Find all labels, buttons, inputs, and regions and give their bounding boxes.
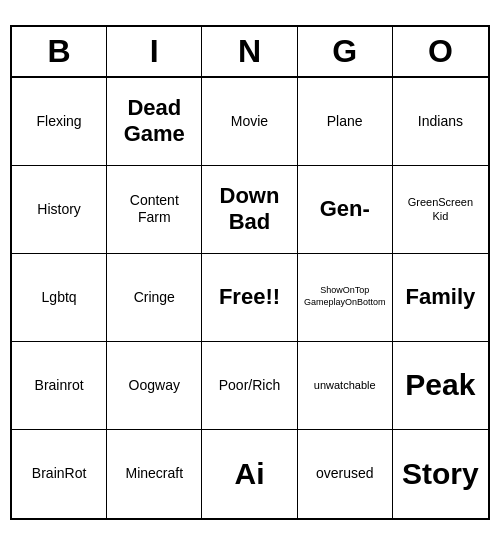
bingo-grid: FlexingDead GameMoviePlaneIndiansHistory… [12, 78, 488, 518]
bingo-cell: GreenScreen Kid [393, 166, 488, 254]
cell-text: Dead Game [124, 95, 185, 148]
header-letter: I [107, 27, 202, 76]
bingo-cell: BrainRot [12, 430, 107, 518]
cell-text: BrainRot [32, 465, 86, 482]
bingo-cell: Minecraft [107, 430, 202, 518]
cell-text: Flexing [37, 113, 82, 130]
bingo-cell: Gen- [298, 166, 393, 254]
bingo-cell: unwatchable [298, 342, 393, 430]
bingo-cell: Poor/Rich [202, 342, 297, 430]
cell-text: Minecraft [126, 465, 184, 482]
bingo-cell: Dead Game [107, 78, 202, 166]
cell-text: unwatchable [314, 378, 376, 392]
bingo-cell: History [12, 166, 107, 254]
bingo-card: BINGO FlexingDead GameMoviePlaneIndiansH… [10, 25, 490, 520]
cell-text: Brainrot [35, 377, 84, 394]
cell-text: Movie [231, 113, 268, 130]
bingo-cell: Peak [393, 342, 488, 430]
cell-text: Content Farm [130, 192, 179, 226]
bingo-cell: Indians [393, 78, 488, 166]
bingo-cell: Brainrot [12, 342, 107, 430]
bingo-cell: Plane [298, 78, 393, 166]
cell-text: Ai [234, 456, 264, 492]
bingo-cell: overused [298, 430, 393, 518]
cell-text: Story [402, 456, 479, 492]
cell-text: Free!! [219, 284, 280, 310]
cell-text: overused [316, 465, 374, 482]
bingo-header: BINGO [12, 27, 488, 78]
bingo-cell: Cringe [107, 254, 202, 342]
cell-text: Peak [405, 367, 475, 403]
cell-text: GreenScreen Kid [408, 195, 473, 224]
header-letter: O [393, 27, 488, 76]
header-letter: G [298, 27, 393, 76]
bingo-cell: Free!! [202, 254, 297, 342]
header-letter: B [12, 27, 107, 76]
bingo-cell: Content Farm [107, 166, 202, 254]
cell-text: Cringe [134, 289, 175, 306]
bingo-cell: ShowOnTop GameplayOnBottom [298, 254, 393, 342]
header-letter: N [202, 27, 297, 76]
cell-text: ShowOnTop GameplayOnBottom [304, 285, 386, 308]
cell-text: Down Bad [220, 183, 280, 236]
cell-text: Gen- [320, 196, 370, 222]
bingo-cell: Flexing [12, 78, 107, 166]
bingo-cell: Lgbtq [12, 254, 107, 342]
bingo-cell: Story [393, 430, 488, 518]
cell-text: History [37, 201, 81, 218]
bingo-cell: Oogway [107, 342, 202, 430]
bingo-cell: Down Bad [202, 166, 297, 254]
cell-text: Lgbtq [42, 289, 77, 306]
cell-text: Poor/Rich [219, 377, 280, 394]
cell-text: Oogway [129, 377, 180, 394]
cell-text: Plane [327, 113, 363, 130]
cell-text: Family [406, 284, 476, 310]
bingo-cell: Family [393, 254, 488, 342]
cell-text: Indians [418, 113, 463, 130]
bingo-cell: Movie [202, 78, 297, 166]
bingo-cell: Ai [202, 430, 297, 518]
